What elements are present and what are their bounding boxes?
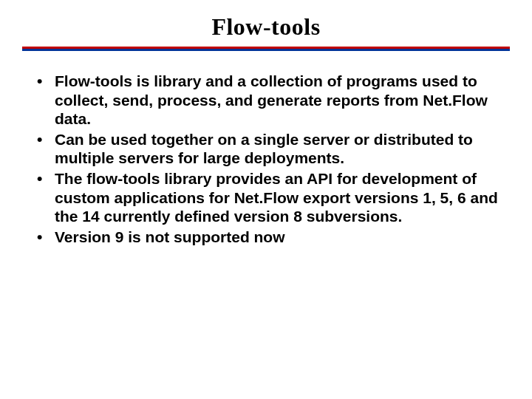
slide: Flow-tools Flow-tools is library and a c… — [0, 0, 532, 399]
bullet-item: Flow-tools is library and a collection o… — [33, 72, 510, 129]
divider-blue-line — [22, 49, 510, 51]
bullet-item: The flow-tools library provides an API f… — [33, 169, 510, 226]
title-divider — [22, 47, 510, 51]
bullet-list: Flow-tools is library and a collection o… — [22, 72, 510, 246]
slide-title: Flow-tools — [22, 13, 510, 41]
bullet-item: Version 9 is not supported now — [33, 228, 510, 247]
bullet-item: Can be used together on a single server … — [33, 130, 510, 168]
